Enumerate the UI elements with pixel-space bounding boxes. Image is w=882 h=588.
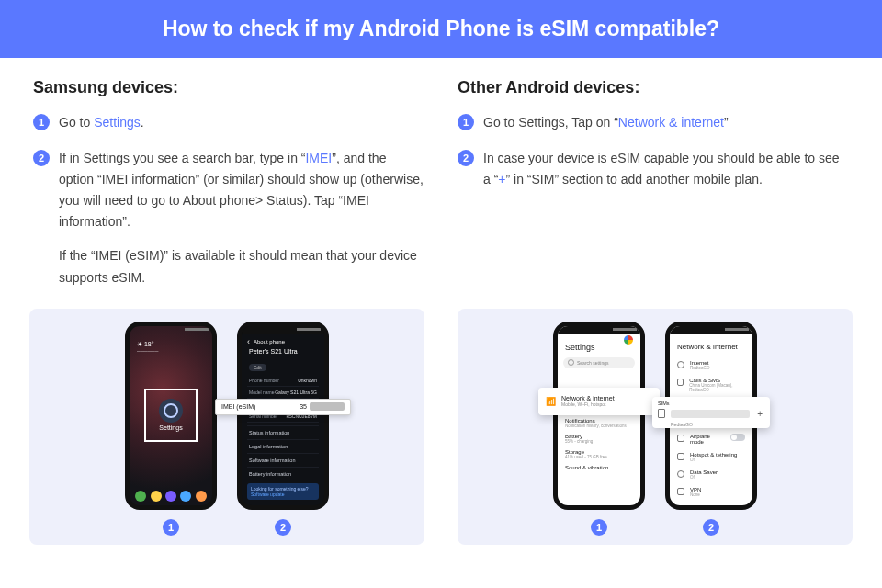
other-step-2: 2 In case your device is eSIM capable yo… — [458, 148, 849, 190]
sim-name: RedteaGO — [671, 422, 764, 427]
phone-mock: Settings Search settings AppsAssistant, … — [553, 322, 645, 510]
search-bar: Search settings — [563, 357, 635, 368]
other-panel: Settings Search settings AppsAssistant, … — [458, 309, 853, 545]
weather-widget: ☀ 18°–––––– — [137, 341, 158, 355]
app-icon — [180, 491, 191, 502]
step-body: If in Settings you see a search bar, typ… — [59, 148, 424, 288]
list-item: Airplane mode — [670, 430, 752, 448]
sim-icon — [658, 409, 665, 418]
caption-badge: 2 — [275, 519, 291, 536]
search-hint: Looking for something else?Software upda… — [247, 483, 319, 500]
info-row: Phone numberUnknown — [247, 375, 319, 387]
other-step-1: 1 Go to Settings, Tap on “Network & inte… — [458, 112, 849, 133]
network-internet-link[interactable]: Network & internet — [618, 115, 724, 130]
list-item: Battery55% - charging — [558, 431, 640, 447]
plus-link[interactable]: + — [498, 172, 505, 187]
list-item: InternetRedteaGO — [670, 356, 752, 374]
samsung-column: Samsung devices: 1 Go to Settings. 2 If … — [33, 78, 424, 303]
text: Go to — [59, 115, 94, 130]
other-column: Other Android devices: 1 Go to Settings,… — [458, 78, 849, 303]
gear-icon — [159, 399, 183, 423]
step-body: Go to Settings. — [59, 112, 424, 133]
app-icon — [151, 491, 162, 502]
text: If the “IMEI (eSIM)” is available it sho… — [59, 245, 424, 288]
list-item: Status information — [247, 425, 319, 439]
list-item: Battery information — [247, 467, 319, 481]
list-item: Hotspot & tetheringOff — [670, 448, 752, 466]
instruction-columns: Samsung devices: 1 Go to Settings. 2 If … — [0, 58, 882, 303]
screen-header: About phone — [242, 334, 324, 348]
phone-icon — [677, 379, 684, 386]
list-item: NotificationsNotification history, conve… — [558, 415, 640, 431]
status-bar — [558, 326, 640, 334]
app-icon — [165, 491, 176, 502]
step-badge: 1 — [458, 114, 474, 130]
callout-sub: Mobile, Wi-Fi, hotspot — [561, 401, 615, 407]
settings-link[interactable]: Settings — [94, 115, 141, 130]
list-item: Storage41% used - 75 GB free — [558, 447, 640, 462]
other-shot-1: Settings Search settings AppsAssistant, … — [553, 322, 645, 536]
samsung-shot-2: About phone Peter's S21 Ultra Edit Phone… — [237, 322, 329, 536]
toggle — [730, 434, 745, 441]
list-item: Software information — [247, 453, 319, 467]
tile-label: Settings — [159, 424, 182, 431]
samsung-step-2: 2 If in Settings you see a search bar, t… — [33, 148, 424, 288]
other-heading: Other Android devices: — [458, 78, 849, 97]
caption-badge: 1 — [163, 519, 179, 536]
callout-label: IMEI (eSIM) — [221, 403, 255, 410]
text: ” — [724, 115, 729, 130]
status-bar — [670, 326, 752, 334]
globe-icon — [677, 361, 684, 368]
other-shot-2: Network & internet InternetRedteaGO Call… — [665, 322, 757, 536]
step-body: In case your device is eSIM capable you … — [483, 148, 849, 190]
screen-title: Network & internet — [670, 334, 752, 356]
blurred-value — [310, 402, 345, 411]
about-list: Status information Legal information Sof… — [247, 425, 319, 500]
blurred-value — [671, 410, 750, 418]
phone-mock: About phone Peter's S21 Ultra Edit Phone… — [237, 322, 329, 510]
imei-esim-callout: IMEI (eSIM) 35 — [215, 399, 351, 415]
text: Go to Settings, Tap on “ — [483, 115, 618, 130]
step-badge: 2 — [458, 150, 474, 166]
text: . — [141, 115, 144, 130]
phone-wrap: Settings Search settings AppsAssistant, … — [553, 322, 645, 510]
list-item: Sound & vibration — [558, 462, 640, 473]
datasaver-icon — [677, 470, 684, 478]
text: ” in “SIM” section to add another mobile… — [506, 172, 763, 187]
list-item: Calls & SMSChina Unicom (Macau), RedteaG… — [670, 374, 752, 396]
profile-icon — [624, 335, 633, 345]
app-tray — [130, 491, 212, 502]
step-body: Go to Settings, Tap on “Network & intern… — [483, 112, 849, 133]
caption-badge: 2 — [703, 519, 719, 536]
list-item: Data SaverOff — [670, 466, 752, 483]
phone-wrap: Network & internet InternetRedteaGO Call… — [665, 322, 757, 510]
page-title: How to check if my Android Phone is eSIM… — [163, 17, 719, 40]
plus-icon: + — [755, 409, 764, 419]
list-item: Private DNS — [670, 501, 752, 510]
wifi-icon: 📶 — [546, 397, 556, 406]
callout-label: SIMs — [658, 401, 764, 406]
app-icon — [196, 491, 207, 502]
caption-badge: 1 — [591, 519, 607, 536]
samsung-heading: Samsung devices: — [33, 78, 424, 97]
hotspot-icon — [677, 453, 684, 460]
app-icon — [135, 491, 146, 502]
step-badge: 1 — [33, 114, 50, 130]
status-bar — [130, 326, 212, 334]
airplane-icon — [677, 435, 684, 442]
status-bar — [242, 326, 324, 334]
screenshot-panels: ☀ 18°–––––– Settings 1 About phone Peter… — [0, 303, 882, 545]
network-internet-callout: 📶 Network & internetMobile, Wi-Fi, hotsp… — [538, 388, 660, 415]
vpn-icon — [677, 488, 684, 495]
samsung-shot-1: ☀ 18°–––––– Settings 1 — [125, 322, 217, 536]
dns-icon — [677, 505, 684, 510]
imei-link[interactable]: IMEI — [305, 151, 332, 165]
edit-pill: Edit — [249, 364, 266, 371]
samsung-panel: ☀ 18°–––––– Settings 1 About phone Peter… — [29, 309, 424, 545]
text: If in Settings you see a search bar, typ… — [59, 151, 305, 165]
step-badge: 2 — [33, 150, 50, 166]
phone-wrap: About phone Peter's S21 Ultra Edit Phone… — [237, 322, 329, 510]
sims-callout: SIMs + RedteaGO — [652, 397, 770, 428]
samsung-step-1: 1 Go to Settings. — [33, 112, 424, 133]
phone-mock: ☀ 18°–––––– Settings — [125, 322, 217, 510]
